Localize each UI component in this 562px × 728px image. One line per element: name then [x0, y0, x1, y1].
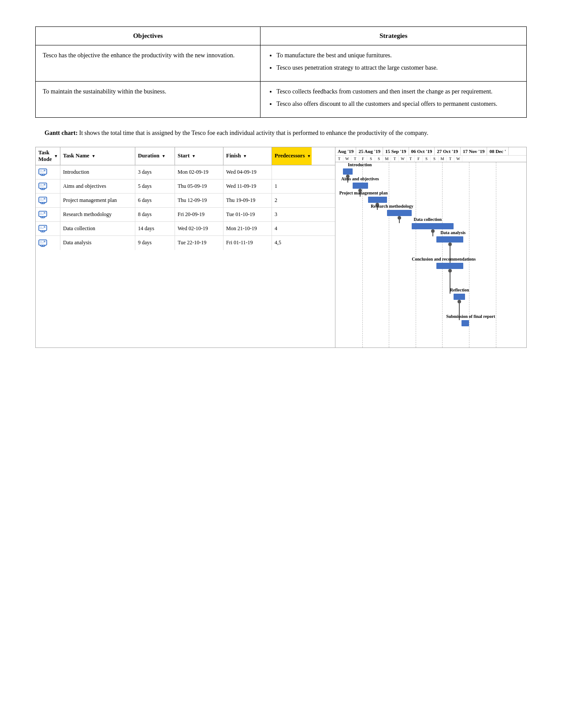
finish-cell: Mon 21-10-19: [223, 222, 272, 235]
duration-dropdown-icon[interactable]: ▼: [162, 154, 166, 158]
duration-cell: 14 days: [135, 222, 175, 235]
task-mode-dropdown-icon[interactable]: ▼: [54, 154, 58, 158]
duration-cell: 6 days: [135, 194, 175, 207]
svg-rect-2: [39, 183, 47, 188]
day-w3: W: [454, 156, 462, 162]
task-name-cell: Data collection: [60, 222, 135, 235]
connector-dot: [398, 216, 401, 220]
pred-cell: 2: [272, 194, 312, 207]
day-s1: S: [367, 156, 375, 162]
objective-2: To maintain the sustainability within th…: [36, 81, 261, 117]
finish-cell: Thu 19-09-19: [223, 194, 272, 207]
gantt-bar: [436, 236, 463, 243]
table-row: Data collection 14 days Wed 02-10-19 Mon…: [36, 222, 335, 236]
table-row: Project management plan 6 days Thu 12-09…: [36, 194, 335, 208]
gantt-bar-label: Conclusion and recommendations: [412, 257, 476, 261]
header-predecessors: Predecessors ▼: [272, 147, 312, 165]
day-w2: W: [399, 156, 407, 162]
month-06oct: 06 Oct '19: [409, 147, 435, 155]
header-finish: Finish ▼: [223, 147, 272, 165]
task-name-cell: Aims and objectives: [60, 179, 135, 193]
connector-dot: [448, 243, 452, 246]
connector-dot: [448, 269, 452, 273]
gantt-bar: [387, 210, 412, 216]
vline-6: [496, 162, 496, 347]
finish-cell: Wed 04-09-19: [223, 165, 272, 179]
day-w1: W: [343, 156, 351, 162]
list-item: Tesco uses penetration strategy to attra…: [276, 63, 519, 73]
finish-cell: Fri 01-11-19: [223, 236, 272, 250]
objective-1: Tesco has the objective the enhance the …: [36, 45, 261, 82]
month-17nov: 17 Nov '19: [461, 147, 488, 155]
table-row: To maintain the sustainability within th…: [36, 81, 527, 117]
task-mode-icon: [38, 224, 47, 232]
predecessors-dropdown-icon[interactable]: ▼: [307, 154, 311, 158]
duration-cell: 3 days: [135, 165, 175, 179]
table-row: Introduction 3 days Mon 02-09-19 Wed 04-…: [36, 165, 335, 179]
svg-rect-4: [39, 197, 47, 202]
day-t3: T: [391, 156, 399, 162]
pred-cell: 3: [272, 208, 312, 221]
gantt-bar-label: Submission of final report: [446, 314, 495, 319]
day-m1: M: [383, 156, 391, 162]
header-duration: Duration ▼: [135, 147, 175, 165]
day-s4: S: [431, 156, 439, 162]
gantt-table-section: Task Mode ▼ Task Name ▼ Duration ▼ Start…: [36, 147, 335, 347]
svg-rect-8: [39, 225, 47, 231]
strategies-header: Strategies: [261, 27, 527, 45]
gantt-label-bold: Gantt chart:: [45, 130, 78, 136]
table-row: Data analysis 9 days Tue 22-10-19 Fri 01…: [36, 236, 335, 250]
gantt-label-text: It shows the total time that is assigned…: [78, 130, 428, 136]
task-mode-cell: [36, 165, 60, 179]
svg-rect-10: [39, 240, 47, 245]
task-name-dropdown-icon[interactable]: ▼: [92, 154, 96, 158]
pred-cell: 4,5: [272, 236, 312, 250]
connector-dot: [431, 229, 435, 233]
start-cell: Mon 02-09-19: [175, 165, 223, 179]
gantt-bar: [436, 263, 463, 269]
chart-days-row: T W T F S S M T W T F S S M T W: [335, 156, 526, 162]
chart-months-row: Aug '19 25 Aug '19 15 Sep '19 06 Oct '19…: [335, 147, 526, 156]
gantt-bar-label: Research methodology: [371, 204, 413, 209]
task-name-cell: Data analysis: [60, 236, 135, 250]
start-cell: Tue 22-10-19: [175, 236, 223, 250]
strategies-2: Tesco collects feedbacks from customers …: [261, 81, 527, 117]
duration-cell: 8 days: [135, 208, 175, 221]
connector-line: [432, 233, 433, 236]
header-task-name: Task Name ▼: [60, 147, 135, 165]
task-mode-icon: [38, 239, 47, 247]
task-mode-cell: [36, 222, 60, 235]
gantt-data-rows: Introduction 3 days Mon 02-09-19 Wed 04-…: [36, 165, 335, 250]
gantt-table-header: Task Mode ▼ Task Name ▼ Duration ▼ Start…: [36, 147, 335, 165]
task-name-cell: Project management plan: [60, 194, 135, 207]
task-mode-cell: [36, 179, 60, 193]
gantt-bar: [368, 197, 387, 203]
day-m2: M: [439, 156, 447, 162]
connector-dot: [458, 300, 461, 303]
task-mode-icon: [38, 168, 47, 176]
header-start: Start ▼: [175, 147, 223, 165]
gantt-bar: [412, 223, 454, 229]
month-25aug: 25 Aug '19: [356, 147, 383, 155]
task-mode-cell: [36, 236, 60, 250]
day-f2: F: [415, 156, 423, 162]
gantt-bar: [462, 320, 469, 326]
vline-1: [362, 162, 363, 347]
pred-cell: [272, 165, 312, 179]
strategies-1: To manufacture the best and unique furni…: [261, 45, 527, 82]
day-s3: S: [423, 156, 431, 162]
gantt-bar: [343, 168, 353, 175]
finish-dropdown-icon[interactable]: ▼: [243, 154, 247, 158]
start-dropdown-icon[interactable]: ▼: [192, 154, 196, 158]
month-27oct: 27 Oct '19: [435, 147, 461, 155]
month-aug: Aug '19: [335, 147, 356, 155]
connector-line: [399, 220, 400, 223]
list-item: Tesco also offers discount to all the cu…: [276, 99, 519, 109]
header-task-mode: Task Mode ▼: [36, 147, 60, 165]
finish-cell: Tue 01-10-19: [223, 208, 272, 221]
start-cell: Wed 02-10-19: [175, 222, 223, 235]
task-mode-icon: [38, 182, 47, 190]
task-mode-cell: [36, 208, 60, 221]
day-t1: T: [335, 156, 343, 162]
gantt-bar: [454, 294, 465, 300]
